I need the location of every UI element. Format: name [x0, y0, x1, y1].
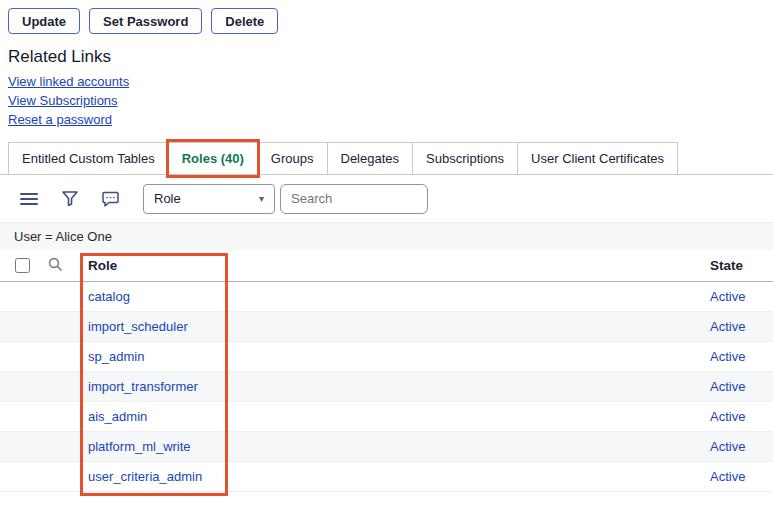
role-link[interactable]: ais_admin [88, 409, 147, 424]
table-row: user_criteria_adminActive [0, 462, 773, 492]
table-body: catalogActiveimport_schedulerActivesp_ad… [0, 282, 773, 492]
filter-icon[interactable] [62, 191, 78, 206]
tab-label: User Client Certificates [531, 151, 664, 166]
tab-roles-40[interactable]: Roles (40) [168, 142, 258, 174]
breadcrumb[interactable]: User = Alice One [0, 223, 773, 250]
related-links-heading: Related Links [8, 47, 773, 67]
state-link[interactable]: Active [710, 289, 745, 304]
tab-label: Delegates [341, 151, 400, 166]
set-password-button[interactable]: Set Password [89, 8, 202, 34]
view-linked-accounts-link[interactable]: View linked accounts [8, 74, 129, 89]
column-header-state[interactable]: State [710, 258, 765, 273]
state-link[interactable]: Active [710, 409, 745, 424]
role-link[interactable]: import_scheduler [88, 319, 188, 334]
role-link[interactable]: sp_admin [88, 349, 144, 364]
table-row: import_transformerActive [0, 372, 773, 402]
update-button[interactable]: Update [8, 8, 80, 34]
role-link[interactable]: catalog [88, 289, 130, 304]
state-link[interactable]: Active [710, 469, 745, 484]
tab-bar: Entitled Custom TablesRoles (40)GroupsDe… [0, 142, 773, 175]
table-header-row: Role State [0, 250, 773, 282]
state-link[interactable]: Active [710, 349, 745, 364]
table-row: catalogActive [0, 282, 773, 312]
select-all-checkbox[interactable] [15, 258, 30, 273]
tab-label: Entitled Custom Tables [22, 151, 155, 166]
list-toolbar: Role ▾ [0, 175, 773, 223]
chat-icon[interactable] [102, 191, 119, 207]
table-row: platform_ml_writeActive [0, 432, 773, 462]
state-link[interactable]: Active [710, 319, 745, 334]
tab-entitled-custom-tables[interactable]: Entitled Custom Tables [8, 142, 169, 174]
search-column-select[interactable]: Role ▾ [143, 184, 275, 214]
list-search-input[interactable] [280, 184, 428, 214]
table-row: ais_adminActive [0, 402, 773, 432]
search-rows-icon[interactable] [48, 257, 63, 272]
user-record-page: Update Set Password Delete Related Links… [0, 0, 773, 507]
delete-button[interactable]: Delete [211, 8, 278, 34]
state-link[interactable]: Active [710, 379, 745, 394]
roles-related-list: Role ▾ User = Alice One Role State catal… [0, 175, 773, 492]
state-link[interactable]: Active [710, 439, 745, 454]
tab-label: Groups [271, 151, 314, 166]
table-row: sp_adminActive [0, 342, 773, 372]
tab-delegates[interactable]: Delegates [327, 142, 414, 174]
view-subscriptions-link[interactable]: View Subscriptions [8, 93, 118, 108]
role-link[interactable]: user_criteria_admin [88, 469, 202, 484]
table-row: import_schedulerActive [0, 312, 773, 342]
role-link[interactable]: platform_ml_write [88, 439, 191, 454]
search-rows-cell [42, 257, 78, 275]
search-column-value: Role [154, 191, 181, 206]
chevron-down-icon: ▾ [259, 193, 264, 204]
tab-label: Subscriptions [426, 151, 504, 166]
related-links-list: View linked accounts View Subscriptions … [8, 74, 773, 127]
tab-groups[interactable]: Groups [257, 142, 328, 174]
tab-label: Roles (40) [182, 151, 244, 166]
tab-user-client-certificates[interactable]: User Client Certificates [517, 142, 678, 174]
column-header-role[interactable]: Role [78, 258, 710, 273]
action-bar: Update Set Password Delete [0, 0, 773, 34]
reset-a-password-link[interactable]: Reset a password [8, 112, 112, 127]
breadcrumb-text: User = Alice One [14, 229, 112, 244]
role-link[interactable]: import_transformer [88, 379, 198, 394]
select-all-cell [8, 255, 42, 276]
list-controls-icon[interactable] [20, 192, 38, 206]
tab-subscriptions[interactable]: Subscriptions [412, 142, 518, 174]
